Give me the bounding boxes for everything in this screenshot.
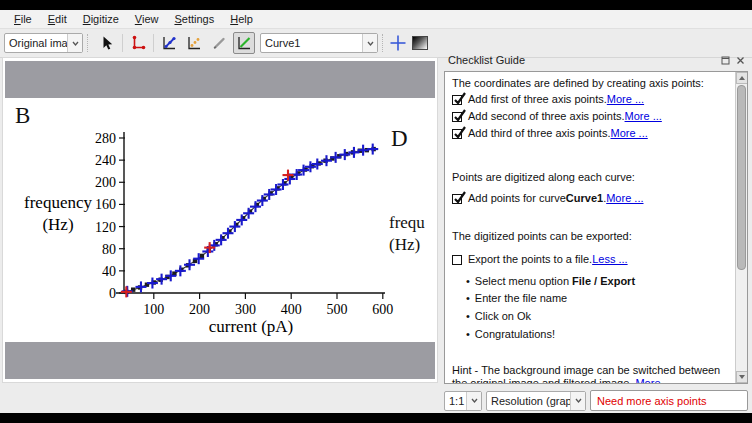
- menu-item-settings[interactable]: Settings: [166, 11, 222, 27]
- checklist-bullet-item: •Enter the file name: [452, 292, 734, 305]
- zoom-value: 1:1: [445, 395, 466, 407]
- svg-text:current (pA): current (pA): [209, 317, 294, 336]
- toolbar-separator: [382, 34, 383, 52]
- checklist-item: Export the points to a file. Less ...: [452, 253, 734, 266]
- scroll-up-icon[interactable]: [736, 72, 748, 84]
- checklist-text: Add first of three axis points.: [468, 93, 607, 106]
- checklist-link[interactable]: More ...: [625, 110, 662, 123]
- scrollbar-thumb[interactable]: [737, 85, 746, 270]
- svg-text:280: 280: [95, 131, 116, 146]
- checklist-link[interactable]: More ...: [606, 192, 643, 205]
- checklist-text: Click on Ok: [475, 310, 531, 322]
- bullet-icon: •: [466, 310, 470, 322]
- axis-point-markers[interactable]: [121, 170, 294, 298]
- checklist-text: Add points for curve: [468, 192, 566, 205]
- checked-checkbox-icon[interactable]: [452, 95, 462, 105]
- point-match-tool-button[interactable]: [183, 32, 205, 54]
- resolution-label: Resolution (graph):: [487, 395, 570, 407]
- checklist-bullet-item: •Click on Ok: [452, 310, 734, 323]
- original-square-markers: [124, 147, 376, 294]
- bullet-icon: •: [466, 328, 470, 340]
- checklist-item: Add second of three axis points. More ..…: [452, 110, 734, 123]
- clipped-ylabel-line1: frequ: [389, 213, 425, 233]
- checklist-text: Hint - The background image can be switc…: [452, 364, 720, 383]
- checklist-bullet-item: •Select menu option File / Export: [452, 275, 734, 288]
- checked-checkbox-icon[interactable]: [452, 112, 462, 122]
- svg-text:240: 240: [95, 153, 116, 168]
- clipped-ylabel-line2: (Hz): [389, 235, 420, 255]
- svg-text:300: 300: [235, 302, 256, 317]
- checklist-link[interactable]: More ...: [607, 93, 644, 106]
- svg-text:400: 400: [281, 302, 302, 317]
- svg-text:(Hz): (Hz): [42, 215, 73, 234]
- curve-selector-combo[interactable]: Curve1: [260, 33, 378, 53]
- menu-item-file[interactable]: File: [6, 11, 40, 27]
- checklist-text: Add second of three axis points.: [468, 110, 625, 123]
- color-picker-tool-button[interactable]: [208, 32, 230, 54]
- checklist-text: Add third of three axis points.: [468, 127, 610, 140]
- checklist-item: Add third of three axis points. More ...: [452, 127, 734, 140]
- scroll-down-icon[interactable]: [736, 371, 748, 383]
- svg-text:40: 40: [102, 264, 116, 279]
- digitizer-canvas[interactable]: 04080120160200240280100200300400500600cu…: [2, 57, 438, 383]
- checklist-text: Export the points to a file.: [468, 253, 592, 266]
- checklist-hint: Hint - The background image can be switc…: [452, 364, 734, 383]
- checklist-paragraph: The digitized points can be exported:: [452, 230, 734, 243]
- checklist-guide-title: Checklist Guide: [440, 54, 720, 66]
- segment-fill-tool-button[interactable]: [233, 32, 255, 54]
- checklist-text: Points are digitized along each curve:: [452, 171, 635, 183]
- svg-text:frequency: frequency: [24, 193, 92, 212]
- curve-line: [126, 149, 373, 292]
- select-tool-button[interactable]: [96, 32, 118, 54]
- status-message: Need more axis points: [590, 390, 748, 411]
- checklist-link[interactable]: Less ...: [592, 253, 627, 266]
- checklist-paragraph: The coordinates are defined by creating …: [452, 77, 734, 90]
- checklist-guide-body: The coordinates are defined by creating …: [444, 71, 748, 384]
- checklist-bold-text: File / Export: [572, 275, 635, 287]
- checklist-link[interactable]: More...: [635, 377, 669, 383]
- status-bar: 1:1 Resolution (graph): Need more axis p…: [0, 388, 752, 413]
- svg-text:100: 100: [143, 302, 164, 317]
- checklist-guide-panel: Checklist Guide The coordinates are defi…: [440, 50, 750, 385]
- crosshair-icon: [387, 32, 409, 54]
- svg-text:500: 500: [327, 302, 348, 317]
- checklist-text: The digitized points can be exported:: [452, 230, 632, 242]
- checklist-link[interactable]: More ...: [610, 127, 647, 140]
- scrollbar[interactable]: [735, 72, 747, 383]
- resolution-combo[interactable]: Resolution (graph):: [486, 391, 586, 411]
- checklist-bold-text: Curve1: [566, 192, 603, 205]
- axis-point-tool-button[interactable]: [127, 32, 149, 54]
- background-selector-combo[interactable]: Original image: [4, 33, 83, 53]
- menu-item-digitize[interactable]: Digitize: [75, 11, 127, 27]
- curve-point-tool-button[interactable]: [158, 32, 180, 54]
- bullet-icon: •: [466, 292, 470, 304]
- checklist-text: Congratulations!: [475, 328, 555, 340]
- svg-text:160: 160: [95, 197, 116, 212]
- svg-text:200: 200: [189, 302, 210, 317]
- svg-text:80: 80: [102, 242, 116, 257]
- checklist-bullet-item: •Congratulations!: [452, 328, 734, 341]
- close-panel-icon[interactable]: [735, 55, 746, 66]
- menu-item-view[interactable]: View: [127, 11, 167, 27]
- float-panel-icon[interactable]: [720, 55, 731, 66]
- menu-item-help[interactable]: Help: [222, 11, 261, 27]
- checked-checkbox-icon[interactable]: [452, 194, 462, 204]
- zoom-combo[interactable]: 1:1: [444, 391, 482, 411]
- checklist-text: The coordinates are defined by creating …: [452, 77, 704, 89]
- svg-text:600: 600: [372, 302, 393, 317]
- unchecked-checkbox-icon[interactable]: [452, 255, 462, 265]
- digitized-point-markers[interactable]: [122, 144, 378, 297]
- toolbar-separator: [87, 34, 88, 52]
- checklist-item: Add points for curve Curve1. More ...: [452, 192, 734, 205]
- chevron-down-icon: [570, 392, 585, 410]
- checked-checkbox-icon[interactable]: [452, 129, 462, 139]
- checklist-content: The coordinates are defined by creating …: [445, 72, 734, 383]
- svg-text:120: 120: [95, 220, 116, 235]
- bullet-icon: •: [466, 275, 470, 287]
- checklist-item: Add first of three axis points. More ...: [452, 93, 734, 106]
- menu-bar: FileEditDigitizeViewSettingsHelp: [0, 10, 752, 29]
- svg-text:0: 0: [109, 286, 116, 301]
- chevron-down-icon: [362, 34, 377, 52]
- menu-item-edit[interactable]: Edit: [40, 11, 75, 27]
- svg-text:200: 200: [95, 175, 116, 190]
